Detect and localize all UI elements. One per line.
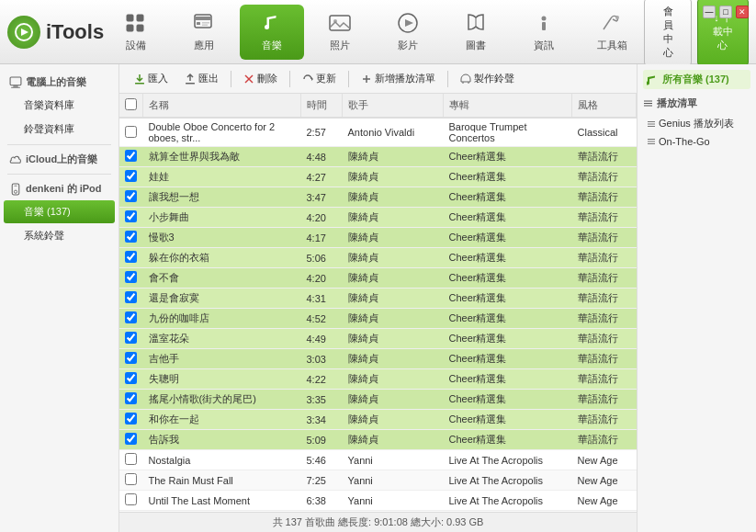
- cell-genre: 華語流行: [572, 430, 637, 450]
- nav-settings[interactable]: 設備: [104, 5, 168, 60]
- sidebar-section-ipod: denkeni 的 iPod 音樂 (137) 系統鈴聲: [0, 178, 118, 247]
- svg-rect-26: [186, 83, 195, 85]
- svg-marker-29: [311, 77, 313, 81]
- header-genre: 風格: [572, 94, 637, 118]
- sidebar-item-music-library[interactable]: 音樂資料庫: [4, 94, 115, 117]
- select-all-checkbox[interactable]: [125, 98, 137, 110]
- nav-photos[interactable]: 照片: [308, 5, 372, 60]
- cell-artist: Yanni: [343, 450, 444, 470]
- right-panel-title: 所有音樂 (137): [643, 70, 750, 89]
- row-checkbox[interactable]: [125, 231, 137, 243]
- sidebar-item-music[interactable]: 音樂 (137): [4, 200, 115, 223]
- cell-name: 搖尾小情歌(街犬的尾巴): [143, 390, 301, 410]
- svg-rect-20: [13, 85, 17, 86]
- row-checkbox[interactable]: [125, 453, 137, 465]
- sidebar-section-computer: 電腦上的音樂 音樂資料庫 鈴聲資料庫: [0, 72, 118, 141]
- row-checkbox[interactable]: [125, 126, 137, 138]
- row-checkbox[interactable]: [125, 392, 137, 404]
- cell-album: Cheer精選集: [444, 248, 572, 268]
- window-controls: — □ ✕: [703, 6, 749, 18]
- minimize-btn[interactable]: —: [703, 6, 716, 18]
- row-checkbox[interactable]: [125, 433, 137, 445]
- cell-time: 4:31: [301, 289, 343, 309]
- update-btn[interactable]: 更新: [295, 69, 344, 88]
- cell-album: Cheer精選集: [444, 430, 572, 450]
- svg-rect-21: [11, 86, 20, 87]
- cell-name: 九份的咖啡店: [143, 309, 301, 329]
- svg-rect-5: [137, 25, 143, 31]
- maximize-btn[interactable]: □: [719, 6, 732, 18]
- cell-artist: 陳綺貞: [343, 187, 444, 208]
- cell-name: 還是會寂寞: [143, 289, 301, 309]
- cell-time: 4:17: [301, 228, 343, 248]
- logo-icon: [7, 16, 40, 49]
- row-checkbox[interactable]: [125, 251, 137, 263]
- row-checkbox[interactable]: [125, 190, 137, 202]
- cell-name: Until The Last Moment: [143, 491, 301, 511]
- import-btn[interactable]: 匯入: [127, 69, 175, 88]
- logo: iTools: [7, 16, 104, 49]
- row-checkbox[interactable]: [125, 493, 137, 505]
- svg-rect-25: [135, 83, 144, 85]
- cell-time: 3:34: [301, 410, 343, 430]
- table-row: 會不會4:20陳綺貞Cheer精選集華語流行: [119, 268, 637, 289]
- nav-books[interactable]: 圖書: [444, 5, 508, 60]
- cell-time: 5:46: [301, 450, 343, 470]
- cell-album: Cheer精選集: [444, 329, 572, 349]
- cell-genre: Classical: [572, 118, 637, 147]
- row-checkbox[interactable]: [125, 150, 137, 162]
- nav-video[interactable]: 影片: [376, 5, 440, 60]
- cell-album: Cheer精選集: [444, 289, 572, 309]
- row-checkbox[interactable]: [125, 332, 137, 344]
- cell-time: 4:20: [301, 268, 343, 289]
- make-ringtone-btn[interactable]: 製作鈴聲: [453, 69, 522, 88]
- cell-genre: 華語流行: [572, 228, 637, 248]
- sidebar-section-computer-title: 電腦上的音樂: [0, 72, 118, 93]
- table-row: 九份的咖啡店4:52陳綺貞Cheer精選集華語流行: [119, 309, 637, 329]
- export-btn[interactable]: 匯出: [177, 69, 226, 88]
- svg-rect-8: [197, 22, 200, 25]
- row-checkbox[interactable]: [125, 352, 137, 364]
- delete-btn[interactable]: 刪除: [236, 69, 285, 88]
- right-panel: 所有音樂 (137) 播放清單 Genius 播放列表 On-The-Go: [637, 64, 756, 532]
- cell-genre: New Age: [572, 470, 637, 491]
- nav-info[interactable]: 資訊: [512, 5, 576, 60]
- sidebar-section-ipod-title: denkeni 的 iPod: [0, 178, 118, 199]
- cell-name: Nostalgia: [143, 450, 301, 470]
- playlist-on-the-go[interactable]: On-The-Go: [643, 133, 750, 150]
- status-bar: 共 137 首歌曲 總長度: 9:01:08 總大小: 0.93 GB: [119, 512, 637, 532]
- cell-artist: Yanni: [343, 491, 444, 511]
- row-checkbox[interactable]: [125, 473, 137, 485]
- cell-genre: 華語流行: [572, 167, 637, 187]
- row-checkbox[interactable]: [125, 413, 137, 424]
- row-checkbox[interactable]: [125, 271, 137, 283]
- row-checkbox[interactable]: [125, 291, 137, 303]
- cell-name: 和你在一起: [143, 410, 301, 430]
- cell-album: Cheer精選集: [444, 410, 572, 430]
- header-checkbox[interactable]: [119, 94, 143, 118]
- sidebar-item-ringtone-library[interactable]: 鈴聲資料庫: [4, 118, 115, 141]
- row-checkbox[interactable]: [125, 372, 137, 384]
- nav-apps[interactable]: 應用: [172, 5, 236, 60]
- cell-artist: Yanni: [343, 470, 444, 491]
- row-checkbox[interactable]: [125, 210, 137, 222]
- music-table-container[interactable]: 名稱 時間 歌手 專輯 風格 Double Oboe Concerto for …: [119, 94, 637, 512]
- svg-point-23: [14, 190, 17, 193]
- sidebar-item-ringtones[interactable]: 系統鈴聲: [4, 224, 115, 247]
- nav-toolbox[interactable]: 工具箱: [580, 5, 644, 60]
- table-row: 讓我想一想3:47陳綺貞Cheer精選集華語流行: [119, 187, 637, 208]
- nav-music[interactable]: 音樂: [240, 5, 304, 60]
- table-row: 告訴我5:09陳綺貞Cheer精選集華語流行: [119, 430, 637, 450]
- row-checkbox[interactable]: [125, 311, 137, 323]
- row-checkbox[interactable]: [125, 170, 137, 182]
- cell-album: Cheer精選集: [444, 147, 572, 167]
- cell-album: Live At The Acropolis: [444, 491, 572, 511]
- add-playlist-btn[interactable]: 新增播放清單: [354, 69, 443, 88]
- cell-artist: 陳綺貞: [343, 369, 444, 390]
- playlist-genius[interactable]: Genius 播放列表: [643, 114, 750, 133]
- member-center-btn[interactable]: 會員中心: [644, 0, 692, 66]
- cell-artist: 陳綺貞: [343, 430, 444, 450]
- close-btn[interactable]: ✕: [736, 6, 749, 18]
- cell-genre: 華語流行: [572, 349, 637, 369]
- header-artist: 歌手: [343, 94, 444, 118]
